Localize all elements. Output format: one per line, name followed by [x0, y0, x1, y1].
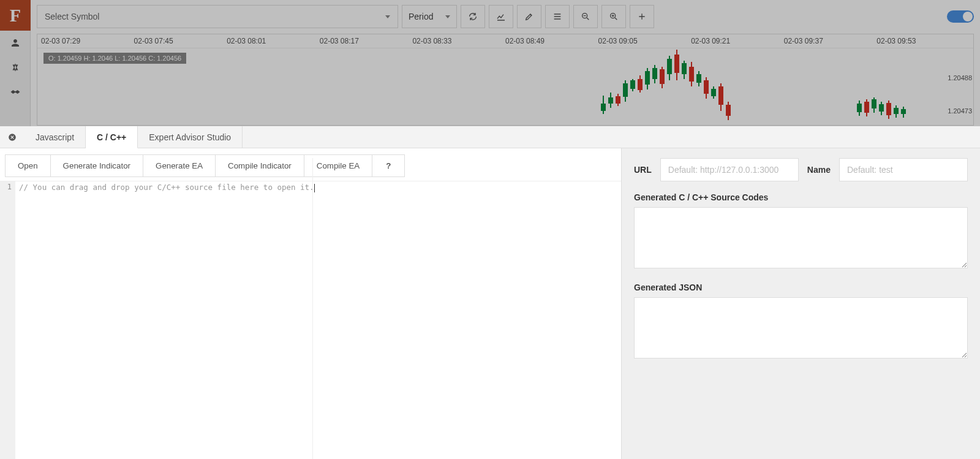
symbol-select[interactable]: Select Symbol	[37, 5, 398, 28]
sidebar-balance[interactable]	[0, 55, 31, 80]
time-axis: 02-03 07:29 02-03 07:45 02-03 08:01 02-0…	[37, 34, 973, 48]
tab-bar: Javascript C / C++ Expert Advisor Studio	[0, 126, 980, 148]
period-label: Period	[409, 12, 433, 21]
code-line: // You can drag and drop your C/C++ sour…	[19, 183, 314, 192]
zoom-in-button[interactable]	[601, 5, 626, 28]
output-side: URL Name Generated C / C++ Source Codes …	[622, 148, 980, 459]
json-label: Generated JSON	[634, 283, 968, 292]
time-tick: 02-03 08:01	[227, 37, 320, 45]
top-toolbar: Select Symbol Period	[37, 5, 974, 28]
left-sidebar	[0, 31, 31, 126]
code-editor[interactable]: 1 // You can drag and drop your C/C++ so…	[0, 181, 621, 459]
compile-ea-button[interactable]: Compile EA	[304, 154, 372, 177]
help-button[interactable]: ?	[372, 154, 405, 177]
url-label: URL	[634, 165, 652, 175]
ohlc-badge: O: 1.20459 H: 1.2046 L: 1.20456 C: 1.204…	[43, 53, 186, 64]
period-select[interactable]: Period	[402, 5, 457, 28]
generate-ea-button[interactable]: Generate EA	[143, 154, 216, 177]
time-tick: 02-03 09:37	[784, 37, 877, 45]
code-panel: Javascript C / C++ Expert Advisor Studio…	[0, 126, 980, 459]
toggle-switch[interactable]	[947, 10, 974, 23]
editor-split	[312, 158, 313, 459]
chart-region: F Select Symbol Period 02-03 07:29	[0, 0, 980, 126]
toggle-knob	[963, 12, 973, 21]
draw-button[interactable]	[517, 5, 541, 28]
chart-type-button[interactable]	[489, 5, 513, 28]
source-codes-label: Generated C / C++ Source Codes	[634, 192, 968, 202]
price-label: 1.20488	[948, 74, 972, 82]
source-codes-textarea[interactable]	[634, 207, 968, 268]
refresh-button[interactable]	[461, 5, 485, 28]
sidebar-user[interactable]	[0, 31, 31, 55]
time-tick: 02-03 09:05	[598, 37, 692, 45]
time-tick: 02-03 08:49	[505, 37, 598, 45]
symbol-placeholder: Select Symbol	[45, 12, 99, 21]
editor-side: Open Generate Indicator Generate EA Comp…	[0, 148, 622, 459]
add-button[interactable]	[630, 5, 654, 28]
time-tick: 02-03 07:45	[134, 37, 227, 45]
indicators-button[interactable]	[545, 5, 570, 28]
zoom-out-button[interactable]	[573, 5, 598, 28]
panel-body: Open Generate Indicator Generate EA Comp…	[0, 148, 980, 459]
candlesticks-2	[857, 94, 930, 125]
json-textarea[interactable]	[634, 297, 968, 358]
time-tick: 02-03 07:29	[41, 37, 134, 45]
candlesticks	[601, 50, 760, 126]
name-label: Name	[807, 165, 831, 175]
sidebar-handshake[interactable]	[0, 80, 31, 104]
url-input[interactable]	[660, 158, 799, 181]
generate-indicator-button[interactable]: Generate Indicator	[50, 154, 143, 177]
time-tick: 02-03 09:53	[876, 37, 970, 45]
action-bar: Open Generate Indicator Generate EA Comp…	[0, 148, 621, 181]
url-row: URL Name	[634, 158, 968, 181]
text-cursor	[314, 184, 315, 192]
chevron-down-icon	[385, 15, 390, 18]
name-input[interactable]	[839, 158, 968, 181]
time-tick: 02-03 08:17	[320, 37, 413, 45]
price-chart[interactable]: 02-03 07:29 02-03 07:45 02-03 08:01 02-0…	[37, 34, 974, 126]
line-number: 1	[0, 183, 12, 191]
tab-ccpp[interactable]: C / C++	[86, 126, 138, 148]
tab-expert-advisor-studio[interactable]: Expert Advisor Studio	[138, 126, 243, 148]
chevron-down-icon	[445, 15, 450, 18]
app-logo: F	[0, 0, 31, 31]
code-content[interactable]: // You can drag and drop your C/C++ sour…	[15, 181, 621, 459]
time-tick: 02-03 09:21	[691, 37, 784, 45]
open-button[interactable]: Open	[5, 154, 51, 177]
close-panel-button[interactable]	[0, 133, 24, 142]
tab-javascript[interactable]: Javascript	[24, 126, 86, 148]
compile-indicator-button[interactable]: Compile Indicator	[215, 154, 304, 177]
time-tick: 02-03 08:33	[412, 37, 505, 45]
price-label: 1.20473	[948, 107, 972, 115]
line-gutter: 1	[0, 181, 15, 459]
